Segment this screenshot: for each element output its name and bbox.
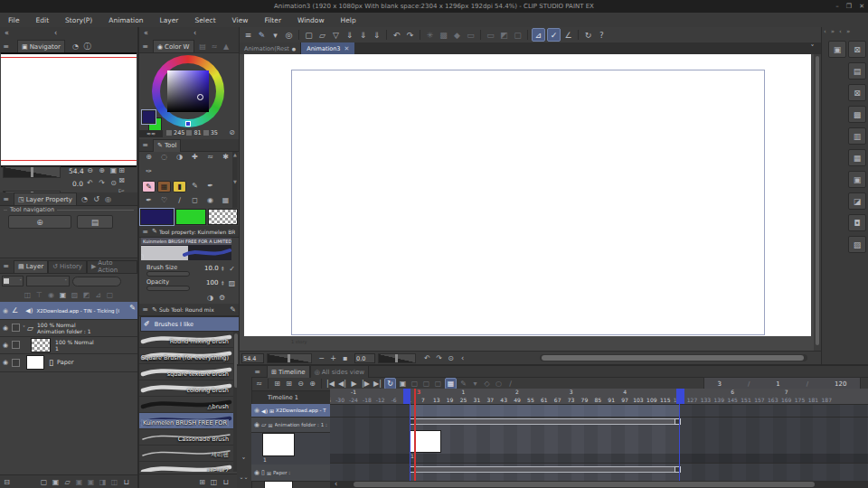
delete-layer-icon[interactable]: ⊔	[121, 477, 131, 487]
secondary-color-large-swatch[interactable]	[175, 209, 207, 225]
frame-ruler[interactable]: -10123467 -36-30-24-18-12-61713192531374…	[330, 389, 868, 405]
panel-menu-icon[interactable]: ≡	[140, 227, 150, 237]
brush-size-slider[interactable]	[146, 271, 190, 277]
status-zoom-slider[interactable]	[267, 353, 312, 363]
rotate-right-icon[interactable]: ↷	[97, 178, 107, 188]
brush-item[interactable]: Square Brush (for everything)	[139, 348, 233, 364]
help-icon[interactable]: ?	[596, 29, 608, 41]
edit-timeline-icon[interactable]: ✎	[458, 379, 468, 389]
main-menu-icon[interactable]: ≡	[242, 29, 254, 41]
material-image-icon[interactable]: ▩	[848, 106, 866, 123]
close-icon[interactable]: ✕	[859, 3, 864, 10]
collapse-track-icon[interactable]: ˅	[239, 456, 249, 466]
frame-border-icon[interactable]: ▭	[465, 29, 476, 41]
tab-layer-property[interactable]: ◳ Layer Property	[14, 192, 77, 205]
panel-menu-icon[interactable]: ≡	[1, 261, 11, 271]
opacity-spinner[interactable]: ▴▾	[222, 280, 224, 286]
navigator-zoom-value[interactable]: 54.4	[69, 167, 84, 175]
go-last-frame-icon[interactable]: ▶|	[373, 379, 382, 389]
new-layer-icon[interactable]: ▢	[39, 477, 49, 487]
duplicate-subtool-icon[interactable]: ◫	[209, 477, 219, 487]
brush-item[interactable]: Cassonade Brush	[139, 429, 233, 446]
transparent-large-swatch[interactable]	[208, 209, 238, 225]
sidebar-arrow-icon[interactable]: »	[846, 28, 850, 35]
texture-brush-tool-icon[interactable]: ▦	[157, 181, 171, 192]
color-history-strip[interactable]: ≈≈	[139, 130, 163, 137]
menu-window[interactable]: Window	[289, 13, 333, 27]
info-icon[interactable]: ⓘ	[82, 42, 92, 52]
menu-view[interactable]: View	[224, 13, 257, 27]
zoom-in-mini-icon[interactable]: +	[328, 353, 338, 363]
redo-icon[interactable]: ↷	[404, 29, 416, 41]
lock-layer-icon[interactable]: ▣	[58, 290, 68, 300]
settings-wrench-icon[interactable]: ⚙	[217, 293, 227, 303]
tab-auto-action[interactable]: ▶ Auto Action	[87, 260, 137, 273]
shrink-selection-icon[interactable]: ◩	[498, 29, 510, 41]
new-animation-cel-icon[interactable]: ▣	[398, 379, 408, 389]
opacity-value[interactable]: 100	[206, 279, 218, 286]
lasso-tool-icon[interactable]: ≈	[203, 152, 217, 162]
pencil-tool-icon[interactable]: ✒	[203, 181, 217, 191]
layer-row-cel[interactable]: ◉ 100 % Normal 1	[0, 336, 137, 354]
tab-history[interactable]: ↺ History	[48, 260, 87, 273]
blend-tool-icon[interactable]: ◉	[203, 195, 217, 205]
tone-icon[interactable]: ▩	[438, 29, 449, 41]
layer-checkbox[interactable]	[12, 341, 20, 349]
panel-menu-icon[interactable]: ≡	[252, 367, 262, 377]
material-3d-icon[interactable]: ▥	[848, 127, 866, 145]
panel-menu-icon[interactable]: ≡	[1, 194, 11, 204]
panel-menu-icon[interactable]: ≡	[140, 140, 150, 150]
status-zoom-value[interactable]: 54.4	[241, 353, 264, 363]
new-timeline-icon[interactable]: ⊞	[272, 379, 282, 389]
flip-vertical-icon[interactable]: ⊠	[117, 175, 127, 185]
swatch-set-icon[interactable]: ▤	[198, 42, 208, 52]
visibility-eye-icon[interactable]: ◉	[3, 359, 8, 366]
lock-transparent-icon[interactable]: ▨	[70, 290, 80, 300]
brush-banner[interactable]: Kuinmelen BRUSH FREE FOR A LIMITED TIME	[141, 238, 231, 260]
pen-tool-icon[interactable]: ✎	[188, 181, 202, 191]
material-download-icon[interactable]: ◪	[848, 192, 866, 210]
brush-item[interactable]: Round mixing brush	[139, 332, 233, 348]
object-tool-icon[interactable]: ◑	[173, 152, 186, 162]
layer-row-folder[interactable]: ◉ ˅ ▱ 100 % Normal Animation folder : 1	[0, 319, 137, 337]
delete-subtool-icon[interactable]: ⊔	[221, 477, 231, 487]
clip-to-layer-icon[interactable]: ◫	[23, 290, 33, 300]
start-frame-value[interactable]: 1	[776, 380, 779, 388]
select-tool-icon[interactable]: ◌	[157, 152, 171, 162]
sub-tool-tab-pen-icon[interactable]: ✎	[228, 305, 238, 314]
eyedropper-tool-icon[interactable]: ✑	[142, 166, 156, 176]
select-area-icon[interactable]: ▭	[485, 29, 496, 41]
hue-value[interactable]: 245	[174, 129, 184, 136]
status-rotate-slider[interactable]	[378, 353, 416, 363]
visibility-eye-icon[interactable]: ◉	[254, 469, 259, 476]
menu-help[interactable]: Help	[333, 13, 364, 27]
brush-size-value[interactable]: 10.0	[204, 265, 219, 272]
timeline-selector-dropdown[interactable]: Timeline 1 ˅	[251, 390, 337, 405]
special-ruler-icon[interactable]: ✳	[424, 29, 436, 41]
visibility-eye-icon[interactable]: ◉	[3, 307, 8, 314]
zoom-out-mini-icon[interactable]: −	[316, 353, 326, 363]
current-frame-value[interactable]: 3	[717, 380, 721, 388]
brush-size-spinner[interactable]: ▴▾	[222, 266, 224, 271]
brush-size-check-icon[interactable]: ✓	[227, 264, 237, 274]
panel-menu-icon[interactable]: ≡	[140, 42, 150, 52]
layer-opacity-slider[interactable]	[72, 277, 121, 286]
marker-tool-icon[interactable]: ▮	[173, 181, 186, 192]
flip-horizontal-icon[interactable]: ⊞	[117, 165, 127, 175]
play-icon[interactable]: ▶	[349, 379, 359, 389]
onion-skin-icon[interactable]: ▦	[445, 378, 457, 389]
window-nav-icon[interactable]: ◎	[283, 29, 295, 41]
timeline-hscrollbar[interactable]: ‹	[330, 481, 868, 488]
maximize-icon[interactable]: ❐	[846, 3, 852, 10]
minimize-icon[interactable]: –	[835, 3, 839, 10]
timeline-settings-icon[interactable]: ⊞	[284, 379, 294, 389]
visibility-eye-icon[interactable]: ◉	[3, 324, 8, 332]
brush-item[interactable]: 체리펜2	[139, 462, 233, 472]
navigator-rotate-value[interactable]: 0.0	[72, 180, 83, 188]
current-tool-icon[interactable]: ✎	[256, 29, 268, 41]
brush-item-selected[interactable]: Kuinmelen BRUSH FREE FOR	[139, 413, 233, 429]
go-prev-frame-icon[interactable]: ◀|	[337, 379, 347, 389]
tab-animation-rest[interactable]: Animation(Rest ●	[240, 42, 301, 54]
canvas-hscrollbar[interactable]	[540, 354, 807, 361]
pink-brush-tool-icon[interactable]: ✎	[142, 181, 156, 192]
